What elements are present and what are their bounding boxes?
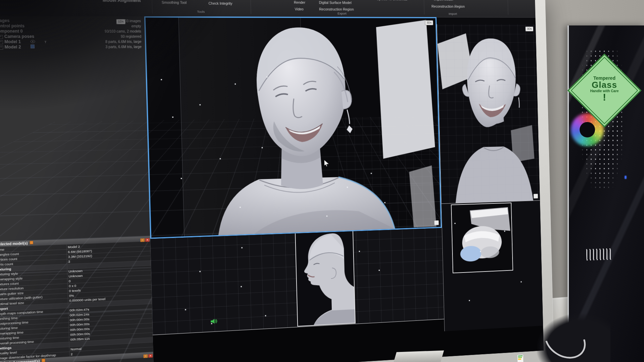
tie-point	[262, 147, 263, 148]
tie-point	[347, 187, 348, 188]
tie-point	[185, 309, 186, 310]
reconstruction-region-export-button[interactable]: Reconstruction Region	[318, 7, 355, 11]
cables	[537, 313, 610, 362]
export-group-label: Export	[337, 11, 346, 15]
solid-render-icon[interactable]	[31, 46, 35, 49]
tie-point	[480, 251, 481, 252]
photogrammetry-head-scan	[145, 17, 441, 238]
tie-point	[469, 300, 470, 301]
eye-visibility-icon[interactable]	[30, 40, 35, 44]
tie-point	[172, 117, 173, 118]
texture-icon[interactable]: T	[44, 40, 46, 44]
render-export-button[interactable]: Render	[292, 0, 307, 5]
tie-point	[359, 251, 360, 252]
import-group-label: Import	[448, 12, 457, 16]
upload-to-sketchfab-button[interactable]: Upload To Sketchfab	[375, 0, 409, 1]
viewport-bottom-right-area[interactable]	[441, 201, 543, 331]
tie-point	[454, 223, 455, 224]
tie-point	[521, 281, 522, 282]
photo-scene: Reset Ground Model Alignment Simplify To…	[0, 0, 644, 362]
viewport-profile-view[interactable]	[295, 228, 356, 326]
tie-point	[265, 315, 266, 316]
tie-point	[181, 178, 182, 179]
check-integrity-button[interactable]: Check Integrity	[207, 1, 234, 6]
tie-point	[241, 247, 243, 248]
power-led	[625, 176, 627, 179]
tree-item-label: Camera poses	[4, 34, 35, 39]
tree-item-camera-poses[interactable]: +Camera poses93 registered	[0, 34, 145, 39]
ribbon-section-title: Model Alignment	[103, 0, 141, 3]
digital-surface-model-button[interactable]: Digital Surface Model	[318, 0, 353, 5]
ribbon-separator	[424, 0, 425, 14]
tree-item-component-0[interactable]: -Component 093/103 cams, 2 models	[0, 29, 145, 34]
expand-icon[interactable]: +	[0, 46, 3, 50]
view-layout-badge-1ds[interactable]: 1Ds	[116, 19, 125, 24]
expand-icon[interactable]: +	[0, 35, 3, 39]
tree-item-value: empty	[131, 23, 141, 28]
tree-item-value: 8 parts, 6.6M tris, large	[105, 39, 142, 45]
tie-point	[200, 104, 201, 105]
screen: Reset Ground Model Alignment Simplify To…	[0, 0, 544, 362]
ribbon-separator	[250, 0, 251, 14]
ribbon-separator	[152, 0, 153, 14]
head-scan-profile-view	[296, 228, 355, 326]
expand-icon[interactable]: +	[0, 40, 3, 44]
tie-point	[267, 76, 268, 77]
head-scan-top-view	[451, 203, 513, 273]
tie-point	[241, 286, 242, 287]
tree-item-model-1[interactable]: +Model 1T8 parts, 6.6M tris, large	[0, 39, 145, 45]
reconstruction-region-import-button[interactable]: Reconstruction Region	[430, 4, 466, 9]
tie-point	[211, 323, 212, 324]
head-scan-front-view	[437, 24, 540, 204]
tree-item-label: Component 0	[0, 29, 23, 34]
tie-point	[220, 158, 221, 159]
ribbon-separator	[507, 0, 508, 15]
view-layout-badge-3ds[interactable]: 3Ds	[525, 26, 533, 31]
tie-point	[379, 270, 380, 271]
tie-point	[326, 216, 327, 217]
tree-item-value: 93/103 cams, 2 models	[105, 29, 141, 34]
view-layout-badge-3ds[interactable]: 3Ds	[425, 20, 433, 25]
tree-item-value: 3 parts, 6.6M tris, large	[105, 44, 142, 50]
tree-item-label: Control points	[0, 23, 24, 28]
tie-point	[371, 173, 372, 174]
tie-point	[240, 207, 241, 208]
energy-label-sticker	[517, 354, 524, 362]
viewport-top-down-view[interactable]	[451, 202, 513, 273]
monitor: Reset Ground Model Alignment Simplify To…	[0, 0, 555, 362]
tree-item-label: Model 2	[4, 45, 21, 50]
pc-tower: Tempered Glass Handle with Care !	[568, 25, 644, 362]
monitor-stand	[393, 351, 444, 362]
tree-item-model-2[interactable]: +Model 23 parts, 6.6M tris, large	[0, 44, 145, 50]
ribbon-toolbar: Reset Ground Model Alignment Simplify To…	[0, 0, 535, 18]
tie-point	[200, 271, 201, 272]
sticker-line2: Glass	[579, 81, 630, 89]
viewport-corner-handle[interactable]	[434, 220, 439, 225]
warning-exclamation-icon: !	[579, 93, 630, 102]
white-cable	[538, 314, 592, 362]
tie-point	[384, 202, 385, 203]
tools-group-label: Tools	[197, 10, 205, 13]
import-model-button[interactable]: Import Model	[432, 0, 454, 2]
tree-item-label: Model 1	[4, 39, 21, 44]
drive-bay-vents	[586, 248, 612, 261]
tie-point	[235, 83, 236, 84]
viewport-main-3d[interactable]: 3Ds	[144, 16, 442, 239]
tie-point	[161, 79, 162, 80]
tie-point	[504, 231, 505, 232]
tree-item-value: 93 registered	[121, 34, 142, 39]
smoothing-tool-button[interactable]: Smoothing Tool	[160, 0, 188, 5]
viewport-right-3d[interactable]: 3Ds	[437, 24, 540, 204]
tree-item-label: Images	[0, 18, 10, 23]
video-export-button[interactable]: Video	[293, 7, 305, 11]
viewport-corner-handle[interactable]	[533, 194, 538, 199]
viewport-bottom-left[interactable]	[150, 228, 444, 335]
rgb-fan-hub	[580, 122, 595, 137]
